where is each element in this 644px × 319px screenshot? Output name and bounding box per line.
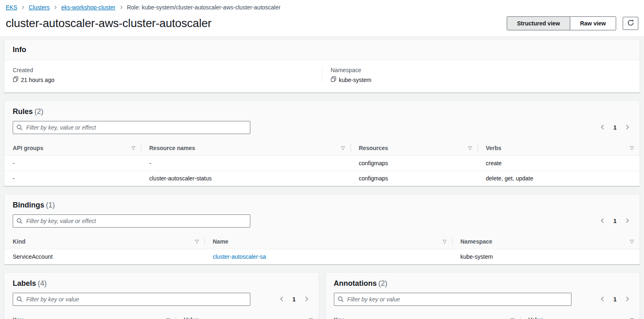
page-number[interactable]: 1	[613, 124, 617, 131]
rules-panel: Rules(2) 1 API	[4, 100, 640, 186]
column-header-value: Value▽	[176, 312, 319, 319]
bindings-panel: Bindings(1) 1 K	[4, 194, 640, 264]
column-header-resources: Resources▽	[351, 141, 478, 156]
column-filter-icon[interactable]: ▽	[443, 239, 447, 244]
column-header-resource-names: Resource names▽	[141, 141, 351, 156]
table-row: - cluster-autoscaler-status configmaps d…	[5, 171, 639, 186]
chevron-left-icon	[599, 217, 606, 225]
search-icon	[338, 296, 344, 304]
search-icon	[16, 218, 23, 226]
column-filter-icon[interactable]: ▽	[510, 317, 514, 319]
chevron-left-icon	[599, 296, 606, 303]
column-filter-icon[interactable]: ▽	[630, 239, 634, 244]
page-number[interactable]: 1	[613, 218, 617, 224]
previous-page-button[interactable]	[599, 295, 607, 304]
rules-pagination: 1	[599, 123, 631, 132]
copy-icon[interactable]	[13, 76, 18, 83]
namespace-label: Namespace	[331, 67, 631, 73]
page-title: cluster-autoscaler-aws-cluster-autoscale…	[6, 17, 211, 30]
annotations-filter-input[interactable]	[334, 293, 571, 306]
page-header: EKS Clusters eks-workshop-cluster Role: …	[0, 0, 644, 36]
table-row: ServiceAccount cluster-autoscaler-sa kub…	[5, 249, 639, 264]
search-icon	[16, 296, 23, 304]
annotations-pagination: 1	[599, 295, 631, 304]
labels-pagination: 1	[278, 295, 311, 304]
rules-panel-title: Rules	[13, 107, 33, 116]
rules-count: (2)	[34, 107, 43, 116]
bindings-count: (1)	[46, 201, 55, 209]
namespace-value: kube-system	[339, 77, 371, 83]
next-page-button[interactable]	[623, 216, 631, 226]
breadcrumb-link-clusters[interactable]: Clusters	[29, 4, 50, 11]
chevron-right-icon	[20, 5, 25, 10]
column-header-namespace: Namespace▽	[452, 234, 639, 249]
column-filter-icon[interactable]: ▽	[630, 146, 634, 150]
bindings-table: Kind▽ Name▽ Namespace▽ ServiceAccount cl…	[5, 234, 639, 264]
search-icon	[16, 124, 23, 132]
annotations-panel-title: Annotations	[334, 279, 377, 287]
previous-page-button[interactable]	[599, 216, 607, 226]
labels-panel: Labels(4) 1	[4, 272, 319, 319]
annotations-panel: Annotations(2) 1	[325, 272, 640, 319]
column-header-api-groups: API groups▽	[5, 141, 141, 156]
previous-page-button[interactable]	[278, 295, 286, 304]
info-panel-title: Info	[13, 46, 26, 54]
view-toggle: Structured view Raw view	[507, 16, 616, 30]
chevron-left-icon	[279, 296, 285, 303]
chevron-right-icon	[53, 5, 58, 10]
labels-count: (4)	[38, 279, 47, 287]
page-number[interactable]: 1	[613, 296, 617, 303]
breadcrumb-link-eks[interactable]: EKS	[6, 4, 17, 11]
copy-icon[interactable]	[331, 76, 336, 83]
labels-panel-title: Labels	[13, 279, 36, 287]
column-filter-icon[interactable]: ▽	[166, 317, 170, 319]
bindings-panel-title: Bindings	[13, 201, 44, 209]
annotations-count: (2)	[379, 279, 388, 287]
column-filter-icon[interactable]: ▽	[630, 317, 634, 319]
breadcrumb: EKS Clusters eks-workshop-cluster Role: …	[6, 4, 638, 11]
created-value: 21 hours ago	[21, 77, 54, 83]
column-filter-icon[interactable]: ▽	[341, 146, 345, 150]
column-header-verbs: Verbs▽	[478, 141, 639, 156]
info-field-namespace: Namespace kube-system	[322, 67, 639, 83]
page-number[interactable]: 1	[293, 296, 296, 303]
service-account-link[interactable]: cluster-autoscaler-sa	[213, 253, 266, 260]
labels-filter-input[interactable]	[13, 293, 250, 306]
table-row: - - configmaps create	[5, 156, 639, 171]
column-filter-icon[interactable]: ▽	[132, 146, 135, 150]
chevron-right-icon	[624, 296, 630, 303]
column-header-kind: Kind▽	[5, 234, 204, 249]
bindings-filter-input[interactable]	[13, 214, 250, 228]
column-header-name: Name▽	[204, 234, 452, 249]
info-panel: Info Created 21 hours ago Namespace	[4, 39, 640, 93]
chevron-right-icon	[119, 5, 124, 10]
column-filter-icon[interactable]: ▽	[468, 146, 472, 150]
chevron-right-icon	[624, 217, 630, 225]
chevron-left-icon	[599, 124, 606, 132]
next-page-button[interactable]	[302, 295, 311, 304]
raw-view-button[interactable]: Raw view	[570, 17, 616, 30]
breadcrumb-link-cluster-name[interactable]: eks-workshop-cluster	[61, 4, 115, 11]
column-filter-icon[interactable]: ▽	[309, 317, 313, 319]
labels-table: Key▽ Value▽	[5, 312, 319, 319]
info-field-created: Created 21 hours ago	[5, 67, 322, 83]
annotations-table: Key▽ Value▽	[326, 312, 640, 319]
previous-page-button[interactable]	[599, 123, 607, 132]
chevron-right-icon	[624, 124, 630, 132]
next-page-button[interactable]	[623, 123, 631, 132]
column-header-value: Value▽	[520, 312, 639, 319]
column-header-key: Key▽	[5, 312, 176, 319]
column-filter-icon[interactable]: ▽	[195, 239, 199, 244]
column-header-key: Key▽	[326, 312, 520, 319]
structured-view-button[interactable]: Structured view	[507, 17, 570, 30]
next-page-button[interactable]	[623, 295, 631, 304]
created-label: Created	[13, 67, 314, 73]
rules-table: API groups▽ Resource names▽ Resources▽ V…	[5, 141, 639, 186]
rules-filter-input[interactable]	[13, 121, 250, 134]
chevron-right-icon	[303, 296, 310, 303]
breadcrumb-current: Role: kube-system/cluster-autoscaler-aws…	[127, 4, 281, 11]
bindings-pagination: 1	[599, 216, 631, 226]
refresh-icon	[627, 19, 634, 27]
refresh-button[interactable]	[623, 17, 638, 30]
